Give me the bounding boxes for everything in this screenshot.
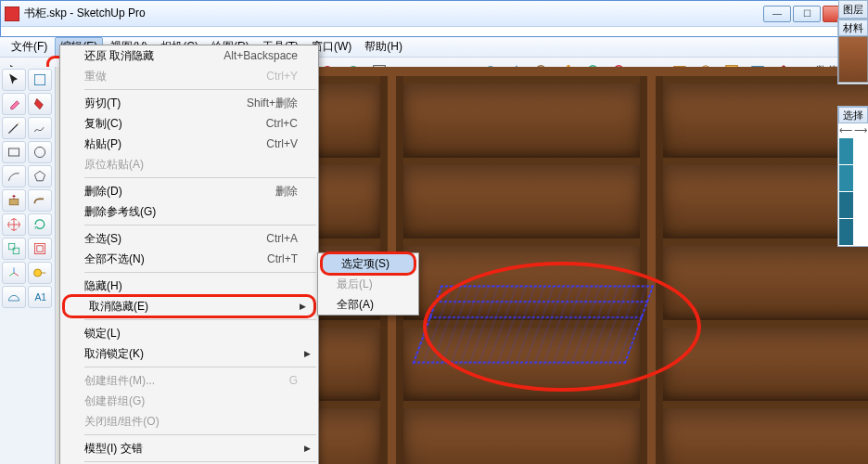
app-icon [5, 6, 19, 21]
menu-delete-guides[interactable]: 删除参考线(G) [60, 201, 318, 222]
axes-icon[interactable] [2, 262, 26, 284]
menu-intersect[interactable]: 模型(I) 交错 [60, 438, 318, 458]
dim-icon[interactable]: A1 [28, 286, 52, 308]
svg-rect-17 [9, 199, 19, 204]
svg-rect-21 [37, 246, 43, 251]
rect-icon[interactable] [2, 141, 26, 163]
menu-make-component[interactable]: 创建组件(M)...G [60, 370, 318, 391]
edit-menu-dropdown: 还原 取消隐藏Alt+Backspace 重做Ctrl+Y 剪切(T)Shift… [59, 45, 319, 464]
left-toolbox: A1 [0, 67, 56, 464]
menu-file[interactable]: 文件(F) [6, 37, 53, 57]
circle-icon[interactable] [28, 141, 52, 163]
rotate-icon[interactable] [28, 213, 52, 236]
protractor-icon[interactable] [2, 286, 26, 308]
menu-unhide[interactable]: 取消隐藏(E) [62, 294, 316, 318]
minimize-button[interactable]: — [763, 6, 791, 22]
panel-materials[interactable]: 材料 [837, 19, 868, 84]
component-icon[interactable] [28, 69, 52, 91]
svg-text:A1: A1 [34, 292, 46, 303]
submenu-last[interactable]: 最后(L) [318, 274, 418, 294]
eraser-icon[interactable] [2, 93, 26, 115]
menu-lock[interactable]: 锁定(L) [60, 323, 318, 343]
menu-cut[interactable]: 剪切(T)Shift+删除 [60, 93, 318, 113]
scale-icon[interactable] [2, 238, 26, 260]
menu-select-all[interactable]: 全选(S)Ctrl+A [60, 228, 318, 249]
freehand-icon[interactable] [28, 117, 52, 139]
submenu-selected[interactable]: 选定项(S) [320, 251, 416, 276]
svg-rect-14 [34, 74, 45, 84]
menu-unlock[interactable]: 取消锁定(K) [60, 343, 318, 364]
select-icon[interactable] [2, 69, 26, 91]
menu-paste[interactable]: 粘贴(P)Ctrl+V [60, 134, 318, 154]
submenu-all[interactable]: 全部(A) [318, 294, 418, 315]
maximize-button[interactable]: ☐ [793, 6, 821, 22]
menu-undo[interactable]: 还原 取消隐藏Alt+Backspace [60, 45, 318, 66]
followme-icon[interactable] [28, 189, 52, 212]
menu-select-none[interactable]: 全部不选(N)Ctrl+T [60, 249, 318, 269]
menu-copy[interactable]: 复制(C)Ctrl+C [60, 113, 318, 134]
menu-hide[interactable]: 隐藏(H) [60, 276, 318, 296]
svg-point-22 [34, 269, 42, 277]
unhide-submenu: 选定项(S) 最后(L) 全部(A) [317, 252, 419, 316]
svg-rect-18 [8, 243, 14, 249]
tape-icon[interactable] [28, 262, 52, 284]
menu-redo[interactable]: 重做Ctrl+Y [60, 66, 318, 86]
annotation-ellipse [423, 262, 701, 392]
panel-layers[interactable]: 图层 [838, 0, 868, 19]
titlebar: 书柜.skp - SketchUp Pro — ☐ ✕ [1, 1, 867, 27]
menu-paste-in-place[interactable]: 原位粘贴(A) [60, 154, 318, 174]
menu-delete[interactable]: 删除(D)删除 [60, 181, 318, 201]
offset-icon[interactable] [28, 238, 52, 260]
svg-rect-15 [8, 148, 19, 156]
menu-help[interactable]: 帮助(H) [359, 37, 408, 57]
pushpull-icon[interactable] [2, 189, 26, 212]
menu-make-group[interactable]: 创建群组(G) [60, 391, 318, 411]
panel-select-title: 选择 [838, 107, 868, 123]
arc-icon[interactable] [2, 165, 26, 187]
paint-icon[interactable] [28, 93, 52, 115]
move-icon[interactable] [2, 213, 26, 236]
window-title: 书柜.skp - SketchUp Pro [24, 6, 763, 21]
line-icon[interactable] [2, 117, 26, 139]
svg-rect-19 [13, 248, 19, 253]
svg-point-16 [34, 147, 45, 157]
svg-rect-20 [34, 243, 45, 253]
menu-close-group[interactable]: 关闭组/组件(O) [60, 411, 318, 432]
panel-materials-title: 材料 [838, 19, 868, 36]
polygon-icon[interactable] [28, 165, 52, 187]
